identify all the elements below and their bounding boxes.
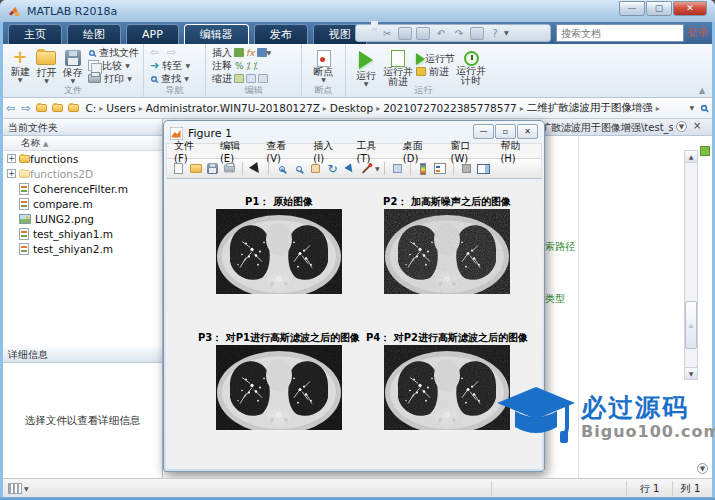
ct-image-p4[interactable] bbox=[384, 345, 510, 430]
scroll-up-icon[interactable]: ▲ bbox=[685, 151, 697, 163]
ct-image-p2[interactable] bbox=[384, 209, 510, 294]
save-figure-icon[interactable] bbox=[205, 162, 220, 176]
rotate-3d-icon[interactable]: ↻ bbox=[325, 162, 340, 176]
run-section-button[interactable]: 运行节 bbox=[416, 52, 455, 65]
breadcrumb[interactable]: Users bbox=[106, 102, 135, 114]
insert-colorbar-icon[interactable] bbox=[416, 162, 431, 176]
file-row[interactable]: test_shiyan2.m bbox=[3, 241, 162, 256]
menu-window[interactable]: 窗口(W) bbox=[444, 139, 494, 164]
tab-home[interactable]: 主页 bbox=[8, 24, 62, 44]
file-row[interactable]: test_shiyan1.m bbox=[3, 226, 162, 241]
insert-legend-icon[interactable] bbox=[433, 162, 448, 176]
link-plot-icon[interactable] bbox=[390, 162, 405, 176]
zoom-out-icon[interactable]: - bbox=[291, 162, 306, 176]
hide-plot-tools-icon[interactable] bbox=[459, 162, 474, 176]
ct-image-p3[interactable] bbox=[216, 345, 342, 430]
run-and-advance-button[interactable]: 运行并 前进 bbox=[382, 46, 414, 87]
scrollbar-thumb[interactable]: ≡ bbox=[685, 301, 697, 349]
open-file-icon[interactable] bbox=[188, 162, 203, 176]
pointer-icon[interactable] bbox=[248, 162, 263, 176]
figure-close-button[interactable]: ✕ bbox=[517, 124, 538, 139]
editor-tab-close-icon[interactable]: × bbox=[693, 120, 701, 131]
goto-button[interactable]: ➜ 转至 ▼ bbox=[150, 59, 190, 72]
back-forward-icons[interactable]: ⇦ ⇨ bbox=[150, 46, 178, 59]
comment-percent-icons[interactable]: % ⁒ ⁒ bbox=[235, 61, 257, 71]
breakpoints-button[interactable]: 断点▼ bbox=[306, 46, 341, 83]
details-header[interactable]: 详细信息 bbox=[3, 346, 162, 363]
new-button[interactable]: + 新建▼ bbox=[7, 46, 33, 83]
expand-icon[interactable]: + bbox=[7, 154, 16, 163]
menu-insert[interactable]: 插入(I) bbox=[306, 139, 349, 164]
status-grid-icon[interactable] bbox=[8, 483, 22, 494]
search-input[interactable] bbox=[557, 28, 690, 39]
figure-restore-button[interactable]: ▫ bbox=[495, 124, 516, 139]
redo-icon[interactable]: ↷ bbox=[452, 27, 466, 40]
run-and-time-button[interactable]: 运行并 计时 bbox=[455, 46, 487, 86]
breadcrumb[interactable]: C: bbox=[85, 102, 96, 114]
brush-dropdown-icon[interactable]: ▼ bbox=[375, 166, 380, 172]
indent-left-icon[interactable] bbox=[258, 74, 268, 83]
new-window-icon[interactable] bbox=[470, 27, 484, 40]
breadcrumb[interactable]: 20210727022385778577 bbox=[383, 102, 517, 114]
minimize-button[interactable]: — bbox=[619, 1, 645, 16]
menu-file[interactable]: 文件(F) bbox=[167, 139, 213, 164]
menu-desktop[interactable]: 桌面(D) bbox=[396, 139, 444, 164]
copy-icon[interactable] bbox=[398, 27, 412, 40]
smart-indent-icon[interactable] bbox=[234, 74, 244, 83]
tab-editor[interactable]: 编辑器 bbox=[184, 24, 249, 44]
comment-button[interactable]: 注释 % ⁒ ⁒ bbox=[212, 59, 271, 72]
advance-button[interactable]: 前进 bbox=[416, 65, 455, 78]
tab-plots[interactable]: 绘图 bbox=[67, 24, 121, 44]
file-row[interactable]: CoherenceFilter.m bbox=[3, 181, 162, 196]
data-cursor-icon[interactable] bbox=[342, 162, 357, 176]
print-figure-icon[interactable] bbox=[222, 162, 237, 176]
breadcrumb[interactable]: Desktop bbox=[330, 102, 373, 114]
file-row[interactable]: + functions bbox=[3, 151, 162, 166]
editor-scrollbar[interactable]: ▲ ≡ ▼ bbox=[684, 150, 698, 380]
cut-icon[interactable]: ✂ bbox=[380, 27, 394, 40]
editor-tab-menu-icon[interactable]: ▼ bbox=[676, 121, 687, 132]
insert-button[interactable]: 插入 fx ▼ bbox=[212, 46, 271, 59]
open-button[interactable]: 打开▼ bbox=[33, 46, 59, 84]
file-row[interactable]: + functions2D bbox=[3, 166, 162, 181]
expand-icon[interactable]: + bbox=[7, 169, 16, 178]
ribbon-collapse-icon[interactable]: ▲ bbox=[699, 86, 705, 95]
scroll-down-icon[interactable]: ▼ bbox=[685, 367, 697, 379]
up-folder-icon[interactable] bbox=[36, 104, 47, 112]
close-button[interactable]: ✕ bbox=[673, 1, 707, 16]
menu-tools[interactable]: 工具(T) bbox=[350, 139, 396, 164]
tab-apps[interactable]: APP bbox=[126, 24, 179, 44]
find-files-button[interactable]: 查找文件 bbox=[88, 46, 139, 59]
name-column-header[interactable]: 名称 ▲ bbox=[3, 136, 162, 151]
paste-icon[interactable] bbox=[416, 27, 430, 40]
file-row[interactable]: LUNG2.png bbox=[3, 211, 162, 226]
editor-function-menu-icon[interactable]: ▼ bbox=[697, 463, 708, 474]
help-icon[interactable]: ? bbox=[488, 27, 502, 40]
breadcrumb[interactable]: Administrator.WIN7U-20180127Z bbox=[146, 102, 320, 114]
editor-tab-title[interactable]: 扩散滤波用于图像增强\test_shiya... bbox=[541, 121, 673, 135]
insert-comment-icon[interactable] bbox=[257, 48, 267, 57]
editor-message-indicator[interactable] bbox=[700, 146, 710, 156]
pan-icon[interactable] bbox=[308, 162, 323, 176]
undo-icon[interactable]: ↶ bbox=[434, 27, 448, 40]
file-row[interactable]: compare.m bbox=[3, 196, 162, 211]
qat-dropdown-icon[interactable]: ▼ bbox=[504, 30, 509, 36]
ct-image-p1[interactable] bbox=[216, 209, 342, 294]
current-folder-header[interactable]: 当前文件夹 bbox=[3, 119, 162, 136]
login-link[interactable]: 登录 bbox=[687, 26, 708, 40]
fx-icon[interactable]: fx bbox=[246, 48, 255, 58]
tab-publish[interactable]: 发布 bbox=[254, 24, 308, 44]
compare-button[interactable]: 比较 ▼ bbox=[88, 59, 139, 72]
menu-help[interactable]: 帮助(H) bbox=[493, 139, 541, 164]
back-icon[interactable]: ⇦ bbox=[6, 102, 15, 115]
address-dropdown-icon[interactable]: ▼ bbox=[689, 105, 694, 111]
figure-minimize-button[interactable]: — bbox=[473, 124, 494, 139]
new-figure-icon[interactable] bbox=[171, 162, 186, 176]
forward-icon[interactable]: ⇨ bbox=[21, 102, 30, 115]
save-button[interactable]: 保存▼ bbox=[60, 46, 86, 84]
indent-right-icon[interactable] bbox=[246, 74, 256, 83]
run-button[interactable]: 运行▼ bbox=[350, 46, 382, 87]
brush-icon[interactable] bbox=[359, 162, 374, 176]
zoom-in-icon[interactable]: + bbox=[274, 162, 289, 176]
address-search-icon[interactable] bbox=[701, 105, 707, 111]
